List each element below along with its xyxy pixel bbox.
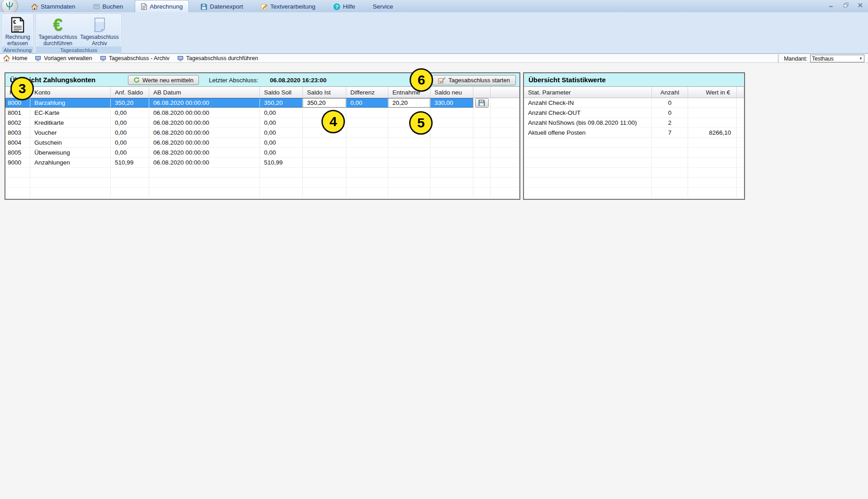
cell-anzahl bbox=[652, 148, 688, 158]
column-header-wert-in[interactable]: Wert in € bbox=[688, 87, 737, 98]
table-row-9000[interactable]: 9000Anzahlungen510,9906.08.2020 00:00:00… bbox=[5, 158, 519, 168]
ribbon-group-label: Abrechnung bbox=[2, 47, 33, 54]
tab-datenexport[interactable]: Datenexport bbox=[195, 1, 249, 12]
breadcrumb-items: HomeVorlagen verwaltenTagesabschluss - A… bbox=[3, 55, 258, 61]
refresh-button-label: Werte neu ermitteln bbox=[142, 77, 193, 84]
stats-row-aktuell-offene-posten[interactable]: Aktuell offene Posten78266,10 bbox=[524, 128, 744, 138]
cell-filler bbox=[491, 128, 519, 138]
column-header-anzahl[interactable]: Anzahl bbox=[652, 87, 688, 98]
stats-panel-title: Übersicht Statistikwerte bbox=[528, 76, 606, 84]
tab-hilfe[interactable]: ?Hilfe bbox=[327, 1, 361, 12]
cell-konto: EC-Karte bbox=[30, 108, 111, 118]
cell-anzahl: 7 bbox=[652, 128, 688, 138]
ribbon-button-label: TagesabschlussArchiv bbox=[80, 34, 118, 47]
tab-label: Hilfe bbox=[343, 3, 355, 10]
cell-entnahme bbox=[388, 158, 430, 168]
tab-label: Textverarbeitung bbox=[270, 3, 316, 10]
table-row-8002[interactable]: 8002Kreditkarte0,0006.08.2020 00:00:000,… bbox=[5, 118, 519, 128]
ribbon-button-rechnung-erfassen[interactable]: €Rechnungerfassen bbox=[3, 14, 32, 47]
cell-anf-saldo: 0,00 bbox=[111, 138, 149, 148]
cell-parameter: Anzahl Check-OUT bbox=[524, 108, 652, 118]
refresh-values-button[interactable]: Werte neu ermitteln bbox=[128, 75, 199, 85]
close-button[interactable] bbox=[856, 2, 864, 9]
help-icon: ? bbox=[333, 3, 340, 10]
cell-parameter bbox=[524, 148, 652, 158]
cell-ab-datum bbox=[149, 168, 260, 178]
cell-ab-datum: 06.08.2020 00:00:00 bbox=[149, 148, 260, 158]
cell-ab-datum bbox=[149, 178, 260, 188]
breadcrumb-item-tagesabschluss-durchf-hren[interactable]: Tagesabschluss durchführen bbox=[177, 55, 258, 61]
cell-konto bbox=[30, 168, 111, 178]
minimize-button[interactable] bbox=[827, 2, 835, 9]
cell-ab-datum bbox=[149, 188, 260, 198]
column-header-saldo-neu[interactable]: Saldo neu bbox=[430, 87, 473, 98]
cell-entnahme bbox=[388, 168, 430, 178]
cell-wert bbox=[688, 118, 737, 128]
column-header-saldo-soll[interactable]: Saldo Soll bbox=[260, 87, 303, 98]
cell-entnahme bbox=[388, 148, 430, 158]
ribbon-group-buttons: €TagesabschlussdurchführenTagesabschluss… bbox=[36, 14, 121, 47]
tab-textverarbeitung[interactable]: Textverarbeitung bbox=[255, 1, 321, 12]
table-row-8001[interactable]: 8001EC-Karte0,0006.08.2020 00:00:000,00 bbox=[5, 108, 519, 118]
column-header-actions bbox=[473, 87, 491, 98]
stats-row-anzahl-noshows-bis-09-08-2020-11-00[interactable]: Anzahl NoShows (bis 09.08.2020 11:00)2 bbox=[524, 118, 744, 128]
cell-parameter bbox=[524, 138, 652, 148]
tab-service[interactable]: Service bbox=[367, 1, 399, 12]
mandant-select[interactable]: Testhaus ▼ bbox=[810, 55, 864, 62]
cell-saldo-ist bbox=[303, 178, 346, 188]
mandant-area: Mandant: Testhaus ▼ bbox=[778, 54, 864, 63]
cell-filler bbox=[737, 118, 744, 128]
tab-buchen[interactable]: Buchen bbox=[87, 1, 129, 12]
cell-differenz bbox=[346, 178, 388, 188]
cell-saldo-soll: 0,00 bbox=[260, 128, 303, 138]
cell-konto: Anzahlungen bbox=[30, 158, 111, 168]
save-row-button[interactable] bbox=[475, 98, 489, 108]
cell-saldo-ist[interactable]: 350,20 bbox=[303, 98, 346, 108]
stats-row-empty bbox=[524, 178, 744, 188]
breadcrumb: HomeVorlagen verwaltenTagesabschluss - A… bbox=[0, 54, 868, 63]
last-close-value: 06.08.2020 16:23:00 bbox=[270, 77, 326, 84]
euro-icon: € bbox=[53, 15, 62, 34]
cell-filler bbox=[737, 158, 744, 168]
ribbon-button-tagesabschluss-durchf-hren[interactable]: €Tagesabschlussdurchführen bbox=[37, 14, 79, 47]
table-row-8000[interactable]: 8000Barzahlung350,2006.08.2020 00:00:003… bbox=[5, 98, 519, 108]
breadcrumb-label: Tagesabschluss durchführen bbox=[186, 55, 258, 61]
cell-saldo-soll: 0,00 bbox=[260, 118, 303, 128]
ribbon-button-tagesabschluss-archiv[interactable]: TagesabschlussArchiv bbox=[79, 14, 120, 47]
column-header-stat-parameter[interactable]: Stat. Parameter bbox=[524, 87, 652, 98]
column-header-differenz[interactable]: Differenz bbox=[346, 87, 388, 98]
cell-entnahme[interactable]: 20,20 bbox=[388, 98, 430, 108]
breadcrumb-label: Home bbox=[12, 55, 27, 61]
table-row-8005[interactable]: 8005Überweisung0,0006.08.2020 00:00:000,… bbox=[5, 148, 519, 158]
cell-anzahl: 2 bbox=[652, 118, 688, 128]
start-day-closing-button[interactable]: Tagesabschluss starten bbox=[432, 75, 516, 85]
window-controls bbox=[827, 2, 864, 9]
restore-button[interactable] bbox=[842, 2, 850, 9]
breadcrumb-item-home[interactable]: Home bbox=[3, 55, 27, 61]
column-header-ab-datum[interactable]: AB Datum bbox=[149, 87, 260, 98]
cell-parameter: Aktuell offene Posten bbox=[524, 128, 652, 138]
tab-abrechnung[interactable]: Abrechnung bbox=[135, 0, 189, 12]
cell-saldo-neu bbox=[430, 158, 473, 168]
table-row-8004[interactable]: 8004Gutschein0,0006.08.2020 00:00:000,00 bbox=[5, 138, 519, 148]
cell-parameter bbox=[524, 188, 652, 198]
stats-row-anzahl-check-in[interactable]: Anzahl Check-IN0 bbox=[524, 98, 744, 108]
breadcrumb-item-tagesabschluss-archiv[interactable]: Tagesabschluss - Archiv bbox=[100, 55, 170, 61]
cell-konto: Voucher bbox=[30, 128, 111, 138]
table-row-8003[interactable]: 8003Voucher0,0006.08.2020 00:00:000,00 bbox=[5, 128, 519, 138]
column-header-anf-saldo[interactable]: Anf. Saldo bbox=[111, 87, 149, 98]
cell-saldo-neu bbox=[430, 128, 473, 138]
cell-kto: 8001 bbox=[5, 108, 30, 118]
cell-saldo-ist bbox=[303, 188, 346, 198]
stats-row-anzahl-check-out[interactable]: Anzahl Check-OUT0 bbox=[524, 108, 744, 118]
cell-filler bbox=[491, 158, 519, 168]
column-header-saldo-ist[interactable]: Saldo Ist bbox=[303, 87, 346, 98]
tab-stammdaten[interactable]: Stammdaten bbox=[25, 1, 81, 12]
breadcrumb-item-vorlagen-verwalten[interactable]: Vorlagen verwalten bbox=[35, 55, 92, 61]
cell-wert bbox=[688, 98, 737, 108]
home-icon bbox=[3, 55, 10, 61]
cell-anf-saldo bbox=[111, 178, 149, 188]
cell-entnahme bbox=[388, 178, 430, 188]
column-header-konto[interactable]: Konto bbox=[30, 87, 111, 98]
cell-differenz bbox=[346, 188, 388, 198]
